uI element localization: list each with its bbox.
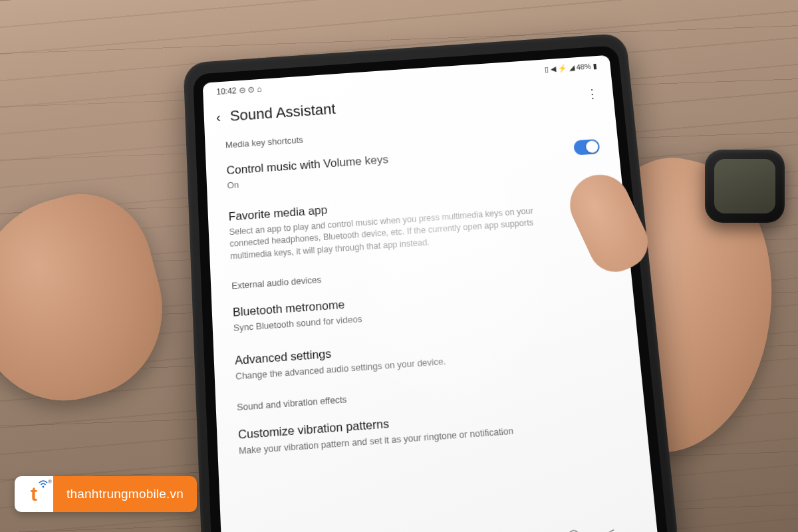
battery-icon: ▮ bbox=[593, 61, 597, 70]
watermark-logo: t ® bbox=[15, 476, 53, 512]
tablet-bezel: 10:42 ⊝ ⊙ ⌂ ▯ ◀ ⚡ ◢ 48% ▮ ‹ Sound Assist… bbox=[193, 45, 669, 532]
status-right-icons: ▯ ◀ ⚡ ◢ bbox=[544, 63, 575, 74]
tablet-device: 10:42 ⊝ ⊙ ⌂ ▯ ◀ ⚡ ◢ 48% ▮ ‹ Sound Assist… bbox=[193, 45, 669, 532]
registered-icon: ® bbox=[48, 479, 52, 485]
watermark-letter: t bbox=[31, 483, 37, 505]
watermark-badge: t ® thanhtrungmobile.vn bbox=[15, 476, 197, 512]
svg-point-0 bbox=[43, 486, 45, 488]
back-icon[interactable]: ‹ bbox=[215, 109, 221, 124]
earbuds-case bbox=[705, 150, 785, 223]
screen: 10:42 ⊝ ⊙ ⌂ ▯ ◀ ⚡ ◢ 48% ▮ ‹ Sound Assist… bbox=[203, 55, 658, 532]
more-icon[interactable]: ⋮ bbox=[586, 86, 599, 102]
nav-back-icon[interactable]: < bbox=[608, 525, 615, 532]
toggle-control-music[interactable] bbox=[573, 139, 600, 156]
settings-list[interactable]: Media key shortcuts Control music with V… bbox=[205, 105, 648, 469]
status-time: 10:42 bbox=[216, 86, 237, 96]
wifi-icon bbox=[39, 480, 48, 490]
watermark-text: thanhtrungmobile.vn bbox=[53, 476, 197, 512]
page-title: Sound Assistant bbox=[229, 100, 336, 125]
status-left-icons: ⊝ ⊙ ⌂ bbox=[239, 84, 262, 95]
nav-bar: ||| ◯ < bbox=[222, 519, 658, 532]
nav-home-icon[interactable]: ◯ bbox=[567, 528, 581, 532]
status-battery: 48% bbox=[576, 63, 591, 71]
